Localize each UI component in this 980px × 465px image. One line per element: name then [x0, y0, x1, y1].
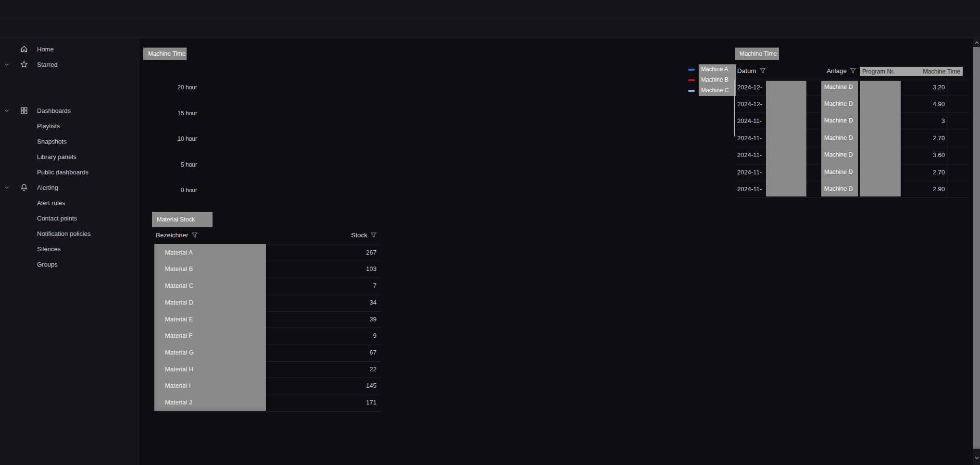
legend-item-machine-c[interactable]: Machine C: [701, 87, 729, 94]
column-header-datum-label: Datum: [737, 67, 756, 74]
sidebar-item-label: Home: [37, 46, 54, 53]
sidebar-item-contact-points[interactable]: Contact points: [0, 211, 138, 225]
sidebar-item-public-dashboards[interactable]: Public dashboards: [0, 165, 138, 179]
sidebar-item-label: Public dashboards: [37, 169, 88, 176]
column-header-anlage-label: Anlage: [827, 67, 847, 74]
filter-funnel-icon[interactable]: [371, 232, 377, 238]
column-header-machine-time-label[interactable]: Machine Time: [923, 68, 960, 75]
sidebar-item-label: Alert rules: [37, 199, 65, 207]
sidebar-item-silences[interactable]: Silences: [0, 242, 138, 256]
sidebar-item-label: Groups: [37, 261, 58, 268]
sidebar-item-label: Playlists: [37, 122, 60, 130]
page-scrollbar-thumb[interactable]: [973, 47, 980, 449]
sidebar-item-snapshots[interactable]: Snapshots: [0, 135, 138, 148]
cell-machine-time: 3.20: [904, 79, 945, 96]
legend-marker: [688, 79, 695, 81]
cell-bezeichner: Material H: [165, 361, 193, 378]
scrollbar-down-icon[interactable]: [973, 454, 980, 461]
cell-stock: 103: [313, 261, 377, 278]
table-panel-title-redacted[interactable]: Machine Time: [735, 48, 779, 60]
column-header-stock[interactable]: Stock: [308, 232, 377, 239]
cell-datum: 2024-11-: [737, 112, 762, 129]
chevron-down-icon: [4, 63, 9, 66]
cell-anlage: Machine D: [824, 79, 853, 96]
chevron-down-icon: [4, 109, 9, 112]
column-header-datum[interactable]: Datum: [737, 67, 766, 74]
dashboard-toolbar: [0, 19, 980, 38]
cell-anlage: Machine D: [824, 181, 853, 197]
redaction-overlay-table-headers: Program Nr. Machine Time: [860, 67, 963, 76]
table-panel-title: Machine Time: [740, 50, 777, 57]
y-axis-tick-label: 20 hour: [163, 84, 197, 91]
row-separator: [155, 411, 381, 412]
bell-icon: [20, 184, 28, 191]
y-axis-tick-label: 5 hour: [163, 161, 197, 168]
y-axis-tick-label: 15 hour: [163, 110, 197, 117]
cell-stock: 39: [313, 311, 377, 328]
sidebar-item-label: Silences: [37, 245, 61, 253]
sidebar-item-starred[interactable]: Starred: [0, 58, 138, 71]
table-column-divider: [947, 78, 948, 198]
chevron-down-icon: [4, 186, 9, 189]
sidebar-item-groups[interactable]: Groups: [0, 257, 138, 271]
top-navbar: [0, 0, 980, 19]
legend-item-machine-b[interactable]: Machine B: [701, 76, 729, 83]
column-header-program-nr-label[interactable]: Program Nr.: [862, 68, 894, 75]
cell-stock: 171: [313, 394, 377, 411]
cell-datum: 2024-11-: [737, 130, 762, 147]
table-scrollbar-thumb[interactable]: [734, 80, 735, 136]
legend-marker: [688, 69, 695, 71]
y-axis-tick-label: 0 hour: [163, 187, 197, 194]
cell-machine-time: 2.70: [904, 130, 945, 147]
material-panel-title: Material Stock: [157, 216, 195, 223]
cell-bezeichner: Material J: [165, 394, 192, 411]
cell-bezeichner: Material D: [165, 294, 193, 311]
cell-anlage: Machine D: [824, 147, 853, 163]
cell-machine-time: 2.90: [904, 181, 945, 197]
filter-funnel-icon[interactable]: [760, 68, 766, 73]
cell-machine-time: 3: [904, 112, 945, 129]
cell-bezeichner: Material C: [165, 278, 193, 294]
column-header-bezeichner[interactable]: Bezeichner: [156, 232, 198, 239]
cell-datum: 2024-11-: [737, 147, 762, 163]
sidebar-item-label: Notification policies: [37, 230, 90, 237]
grid-icon: [20, 107, 28, 114]
filter-funnel-icon[interactable]: [850, 68, 856, 73]
filter-funnel-icon[interactable]: [192, 232, 198, 238]
sidebar-item-label: Library panels: [37, 153, 76, 160]
cell-anlage: Machine D: [824, 130, 853, 147]
sidebar-item-notification-policies[interactable]: Notification policies: [0, 227, 138, 240]
cell-bezeichner: Material I: [165, 378, 190, 394]
legend-item-machine-a[interactable]: Machine A: [701, 66, 728, 73]
chart-panel-title-redacted[interactable]: Machine Time: [143, 48, 187, 60]
cell-anlage: Machine D: [824, 112, 853, 129]
sidebar-item-playlists[interactable]: Playlists: [0, 119, 138, 133]
cell-stock: 145: [313, 378, 377, 394]
redaction-overlay-program-column: [860, 81, 901, 196]
column-header-anlage[interactable]: Anlage: [827, 67, 856, 74]
column-header-stock-label: Stock: [351, 232, 367, 239]
sidebar-item-label: Snapshots: [37, 138, 66, 145]
cell-anlage: Machine D: [824, 164, 853, 181]
y-axis-tick-label: 10 hour: [163, 135, 197, 142]
cell-stock: 9: [313, 328, 377, 344]
cell-datum: 2024-12-: [737, 96, 762, 112]
sidebar-item-library-panels[interactable]: Library panels: [0, 150, 138, 163]
sidebar-item-dashboards[interactable]: Dashboards: [0, 104, 138, 117]
scrollbar-up-icon[interactable]: [973, 39, 980, 46]
sidebar-item-alert-rules[interactable]: Alert rules: [0, 196, 138, 209]
cell-stock: 7: [313, 278, 377, 294]
row-separator: [735, 197, 969, 198]
cell-datum: 2024-11-: [737, 181, 762, 197]
cell-machine-time: 4.90: [904, 96, 945, 112]
cell-stock: 67: [313, 344, 377, 361]
cell-stock: 34: [313, 294, 377, 311]
material-panel-title-redacted[interactable]: Material Stock: [152, 212, 213, 227]
cell-bezeichner: Material B: [165, 261, 193, 278]
cell-anlage: Machine D: [824, 96, 853, 112]
sidebar-item-home[interactable]: Home: [0, 42, 138, 56]
sidebar-item-alerting[interactable]: Alerting: [0, 181, 138, 194]
column-header-bezeichner-label: Bezeichner: [156, 232, 188, 239]
cell-datum: 2024-11-: [737, 164, 762, 181]
legend-marker: [688, 90, 695, 92]
